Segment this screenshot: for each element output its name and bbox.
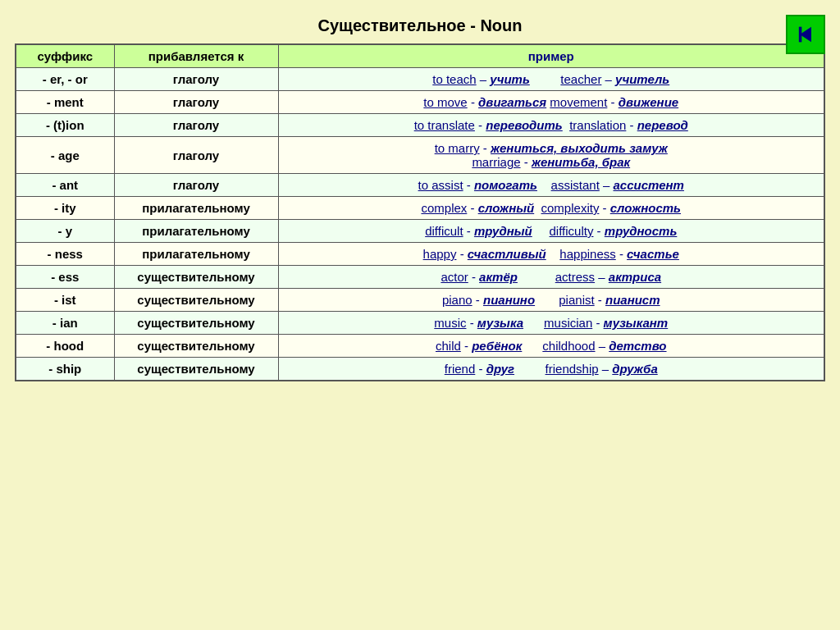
header-example: пример [278, 44, 824, 68]
table-row: - shipсуществительномуfriend - друг frie… [16, 358, 824, 381]
table-row: - yприлагательномуdifficult - трудный di… [16, 220, 824, 243]
cell-added-to: прилагательному [114, 243, 278, 266]
cell-added-to: глаголу [114, 174, 278, 197]
cell-example: to marry - жениться, выходить замужmarri… [278, 137, 824, 174]
cell-suffix: - (t)ion [16, 114, 114, 137]
table-row: - nessприлагательномуhappy - счастливый … [16, 243, 824, 266]
cell-suffix: - ment [16, 91, 114, 114]
cell-example: music - музыка musician - музыкант [278, 312, 824, 335]
cell-added-to: прилагательному [114, 220, 278, 243]
cell-example: to assist - помогать assistant – ассисте… [278, 174, 824, 197]
table-row: - er, - orглаголуto teach – учить teache… [16, 68, 824, 91]
cell-example: to move - двигаться movement - движение [278, 91, 824, 114]
cell-added-to: глаголу [114, 68, 278, 91]
cell-suffix: - ist [16, 289, 114, 312]
table-row: - mentглаголуto move - двигаться movemen… [16, 91, 824, 114]
table-row: - antглаголуto assist - помогать assista… [16, 174, 824, 197]
page-wrapper: Существительное - Noun суффикс прибавляе… [8, 8, 832, 390]
cell-added-to: существительному [114, 312, 278, 335]
cell-example: child - ребёнок childhood – детство [278, 335, 824, 358]
cell-suffix: - ship [16, 358, 114, 381]
cell-added-to: глаголу [114, 91, 278, 114]
table-header-row: суффикс прибавляется к пример [16, 44, 824, 68]
cell-suffix: - age [16, 137, 114, 174]
noun-suffixes-table: суффикс прибавляется к пример - er, - or… [15, 43, 825, 381]
page-title: Существительное - Noun [15, 16, 825, 35]
back-button[interactable] [786, 15, 825, 54]
table-row: - essсуществительномуactor - актёр actre… [16, 266, 824, 289]
cell-suffix: - er, - or [16, 68, 114, 91]
cell-added-to: глаголу [114, 114, 278, 137]
header-added-to: прибавляется к [114, 44, 278, 68]
back-icon [794, 23, 817, 46]
table-row: - ityприлагательномуcomplex - сложный co… [16, 197, 824, 220]
cell-suffix: - ness [16, 243, 114, 266]
cell-added-to: существительному [114, 335, 278, 358]
table-row: - istсуществительномуpiano - пианино pia… [16, 289, 824, 312]
cell-added-to: существительному [114, 266, 278, 289]
cell-example: to translate - переводить translation - … [278, 114, 824, 137]
cell-added-to: глаголу [114, 137, 278, 174]
header-suffix: суффикс [16, 44, 114, 68]
svg-rect-1 [799, 27, 802, 43]
cell-suffix: - ian [16, 312, 114, 335]
cell-suffix: - hood [16, 335, 114, 358]
table-row: - (t)ionглаголуto translate - переводить… [16, 114, 824, 137]
cell-example: complex - сложный complexity - сложность [278, 197, 824, 220]
cell-example: actor - актёр actress – актриса [278, 266, 824, 289]
cell-suffix: - ess [16, 266, 114, 289]
cell-suffix: - ant [16, 174, 114, 197]
table-row: - ageглаголуto marry - жениться, выходит… [16, 137, 824, 174]
cell-suffix: - ity [16, 197, 114, 220]
cell-example: to teach – учить teacher – учитель [278, 68, 824, 91]
cell-example: piano - пианино pianist - пианист [278, 289, 824, 312]
table-row: - ianсуществительномуmusic - музыка musi… [16, 312, 824, 335]
table-row: - hoodсуществительномуchild - ребёнок ch… [16, 335, 824, 358]
cell-suffix: - y [16, 220, 114, 243]
cell-added-to: прилагательному [114, 197, 278, 220]
cell-added-to: существительному [114, 289, 278, 312]
cell-example: difficult - трудный difficulty - труднос… [278, 220, 824, 243]
cell-example: friend - друг friendship – дружба [278, 358, 824, 381]
cell-added-to: существительному [114, 358, 278, 381]
cell-example: happy - счастливый happiness - счастье [278, 243, 824, 266]
